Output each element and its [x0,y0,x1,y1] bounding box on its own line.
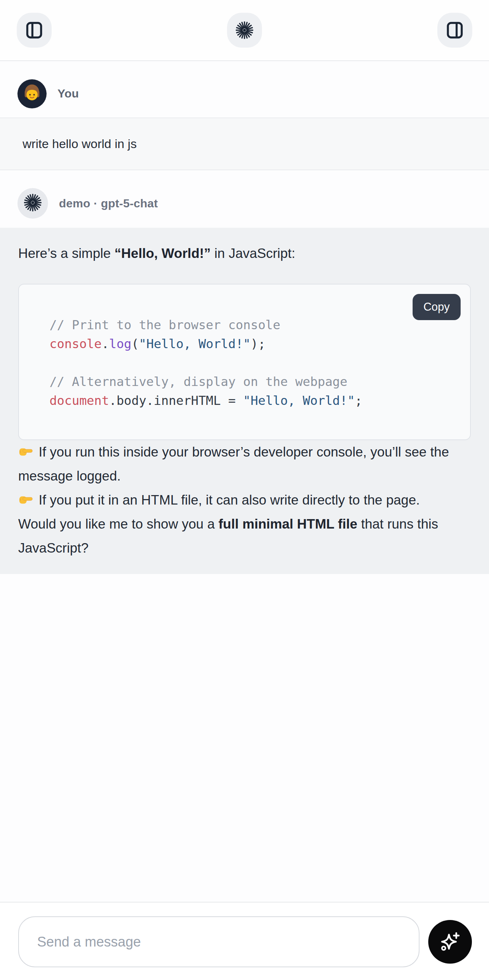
user-name: You [57,87,79,100]
app-logo-button[interactable] [227,13,262,48]
person-emoji-icon [21,83,43,104]
starburst-icon [235,21,254,40]
top-bar [0,0,489,61]
point-right-emoji [18,492,33,507]
user-avatar [18,79,46,108]
code-block: Copy // Print to the browser console con… [18,284,471,440]
sidebar-toggle-button[interactable] [17,13,52,48]
code-content: // Print to the browser console console.… [19,285,470,440]
sparkles-icon [439,931,461,953]
conversation-scroll-area[interactable]: You write hello world in js [0,61,489,902]
point-right-emoji [18,444,33,459]
user-message: write hello world in js [0,118,489,170]
starburst-icon-slot [23,193,42,213]
composer [0,902,489,980]
user-turn: You write hello world in js [0,61,489,170]
assistant-message: Here’s a simple “Hello, World!” in JavaS… [0,228,489,574]
chat-app: You write hello world in js [0,0,489,980]
starburst-icon-slot [235,21,254,40]
assistant-question-paragraph: Would you like me to show you a full min… [18,512,471,560]
assistant-pointer-paragraph: If you run this inside your browser’s de… [18,440,471,512]
user-message-text: write hello world in js [22,137,137,151]
assistant-avatar [18,188,48,219]
copy-button[interactable]: Copy [413,294,460,320]
assistant-name: demo · gpt-5-chat [59,197,158,210]
message-input[interactable] [18,916,419,967]
starburst-icon [23,193,42,212]
panel-left-icon [25,21,44,40]
panel-right-icon [445,21,464,40]
assistant-turn: demo · gpt-5-chat Here’s a simple “Hello… [0,170,489,574]
user-turn-header: You [0,61,489,118]
send-button[interactable] [428,920,472,964]
right-panel-toggle-button[interactable] [437,13,472,48]
assistant-intro-paragraph: Here’s a simple “Hello, World!” in JavaS… [18,242,471,266]
assistant-turn-header: demo · gpt-5-chat [0,170,489,228]
